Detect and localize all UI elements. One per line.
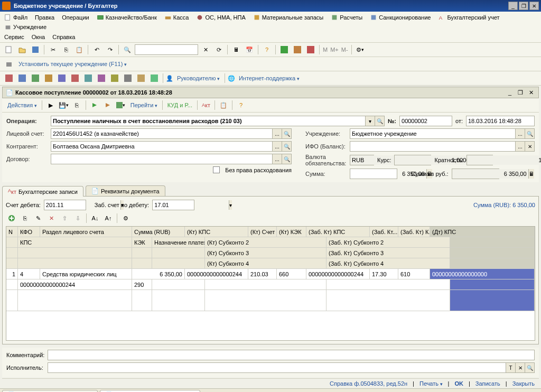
- dogovor-search-button[interactable]: 🔍: [282, 154, 291, 164]
- menu-service[interactable]: Сервис: [3, 33, 25, 41]
- grid-up-button[interactable]: ⇧: [59, 212, 70, 224]
- grid-sort-asc-button[interactable]: A↓: [89, 212, 101, 224]
- executor-search-button[interactable]: 🔍: [525, 363, 534, 372]
- print-link[interactable]: Печать: [419, 380, 443, 387]
- rep8-button[interactable]: [96, 72, 107, 84]
- menu-file[interactable]: Файл: [3, 13, 29, 22]
- spravka-link[interactable]: Справка ф.0504833, ред.52н: [330, 380, 407, 387]
- operation-select-button[interactable]: 🔍: [375, 116, 384, 126]
- restore-button[interactable]: ❐: [519, 2, 528, 10]
- leader-menu[interactable]: Руководителю: [175, 74, 222, 82]
- doc-report-button[interactable]: 📋: [218, 99, 229, 111]
- search-clear-button[interactable]: ✕: [200, 44, 211, 55]
- grid-add-button[interactable]: [6, 212, 17, 224]
- cut-button[interactable]: ✂: [47, 44, 59, 55]
- doc-restore-button[interactable]: ❐: [516, 89, 525, 96]
- menu-windows[interactable]: Окна: [31, 33, 46, 41]
- col-sum[interactable]: Сумма (RUB): [132, 227, 185, 237]
- kontr-search-button[interactable]: 🔍: [282, 142, 291, 151]
- rep12-button[interactable]: [148, 72, 160, 84]
- col-zabktsub2[interactable]: (Заб. Кт) Субконто 2: [327, 237, 450, 247]
- number-input[interactable]: [400, 116, 476, 126]
- grid3-button[interactable]: [305, 44, 316, 55]
- zab-input[interactable]: [153, 200, 229, 210]
- col-kps[interactable]: КПС: [18, 237, 132, 247]
- m-minus-button[interactable]: M-: [341, 44, 349, 55]
- doc-minimize-button[interactable]: _: [506, 89, 514, 96]
- col-ktsub3[interactable]: (Кт) Субконто 3: [205, 248, 327, 258]
- col-ktkps[interactable]: (Кт) КПС: [185, 227, 248, 237]
- comment-field[interactable]: [48, 350, 535, 360]
- settings-button[interactable]: ⚙: [355, 44, 366, 55]
- col-razdel[interactable]: Раздел лицевого счета: [40, 227, 132, 237]
- dogovor-input[interactable]: [51, 154, 272, 164]
- grid-down-button[interactable]: ⇩: [72, 212, 83, 224]
- calendar-button[interactable]: 📅: [244, 44, 255, 55]
- grid-copy-button[interactable]: ⎘: [19, 212, 31, 224]
- rep10-button[interactable]: [122, 72, 134, 84]
- doc-play2-button[interactable]: [102, 99, 114, 111]
- col-zabktkps[interactable]: (Заб. Кт) КПС: [306, 227, 370, 237]
- ls-select-button[interactable]: ...: [272, 129, 282, 138]
- kontr-input[interactable]: [51, 142, 272, 151]
- col-zabkt[interactable]: (Заб. Кт...: [370, 227, 398, 237]
- date-field[interactable]: 📅: [466, 116, 535, 126]
- doc-close-button[interactable]: ✕: [527, 89, 535, 96]
- new-button[interactable]: [3, 44, 15, 55]
- col-zabktk[interactable]: (Заб. Кт) К...: [398, 227, 430, 237]
- table-row[interactable]: 1 4 Средства юридических лиц 6 350,00 00…: [6, 269, 535, 279]
- operation-field[interactable]: ▾ 🔍: [51, 116, 385, 126]
- rep9-button[interactable]: [109, 72, 120, 84]
- menu-edit[interactable]: Правка: [34, 13, 55, 22]
- menu-cash[interactable]: Касса: [163, 13, 190, 22]
- entries-grid[interactable]: N КФО Раздел лицевого счета Сумма (RUB) …: [6, 226, 535, 341]
- search-input[interactable]: [135, 44, 198, 55]
- rep4-button[interactable]: [43, 72, 54, 84]
- ifo-input[interactable]: [350, 142, 515, 151]
- menu-sanctions[interactable]: Санкционирование: [369, 13, 432, 22]
- summa-rub-calc-button[interactable]: 🖩: [528, 169, 534, 179]
- menu-treasury[interactable]: Казначейство/Банк: [96, 13, 158, 22]
- goto-menu[interactable]: Перейти: [128, 101, 160, 109]
- rep7-button[interactable]: [82, 72, 94, 84]
- grid-delete-button[interactable]: ✕: [45, 212, 57, 224]
- grid2-button[interactable]: [292, 44, 303, 55]
- grid-settings-button[interactable]: ⚙: [120, 212, 132, 224]
- col-zabktsub3[interactable]: (Заб. Кт) Субконто 3: [327, 248, 450, 258]
- zab-field[interactable]: ▾: [152, 200, 194, 210]
- ifo-select-button[interactable]: ...: [515, 142, 525, 151]
- ifo-clear-button[interactable]: ✕: [525, 142, 534, 151]
- post-button[interactable]: ▶: [45, 99, 57, 111]
- kontr-select-button[interactable]: ...: [272, 142, 282, 151]
- menu-institution[interactable]: Учреждение: [3, 23, 48, 31]
- col-ktsub4[interactable]: (Кт) Субконто 4: [205, 258, 327, 268]
- menu-inventory[interactable]: Материальные запасы: [252, 13, 325, 22]
- nopravo-checkbox[interactable]: [213, 166, 220, 173]
- help-button[interactable]: ?: [261, 44, 273, 55]
- rep2-button[interactable]: [16, 72, 28, 84]
- col-kek[interactable]: КЭК: [132, 237, 152, 247]
- rep11-button[interactable]: [135, 72, 147, 84]
- grid1-button[interactable]: [278, 44, 290, 55]
- support-menu[interactable]: Интернет-поддержка: [237, 74, 302, 82]
- wintab-documents[interactable]: 📄Документы Кассовое пост...: [2, 390, 98, 392]
- ifo-field[interactable]: ...✕: [350, 141, 535, 152]
- close-doc-button[interactable]: Закрыть: [512, 380, 535, 387]
- tab-requisites[interactable]: 📄Реквизиты документа: [86, 185, 165, 196]
- doc-play-button[interactable]: [89, 99, 100, 111]
- actions-menu[interactable]: Действия: [5, 101, 39, 109]
- dogovor-select-button[interactable]: ...: [272, 154, 282, 164]
- uchr-input[interactable]: [350, 129, 515, 138]
- minimize-button[interactable]: _: [508, 2, 518, 10]
- menu-help[interactable]: Справка: [51, 33, 76, 41]
- comment-input[interactable]: [48, 350, 534, 360]
- summa-field[interactable]: 🖩: [350, 169, 397, 179]
- ls-input[interactable]: [51, 129, 272, 138]
- kontr-field[interactable]: ...🔍: [51, 141, 292, 152]
- operation-dropdown-button[interactable]: ▾: [365, 116, 375, 126]
- menu-calcs[interactable]: Расчеты: [330, 13, 363, 22]
- ls-field[interactable]: ...🔍: [51, 128, 292, 139]
- col-ktschet[interactable]: (Кт) Счет: [248, 227, 277, 237]
- executor-clear-button[interactable]: ✕: [515, 363, 525, 372]
- col-kfo[interactable]: КФО: [18, 227, 40, 237]
